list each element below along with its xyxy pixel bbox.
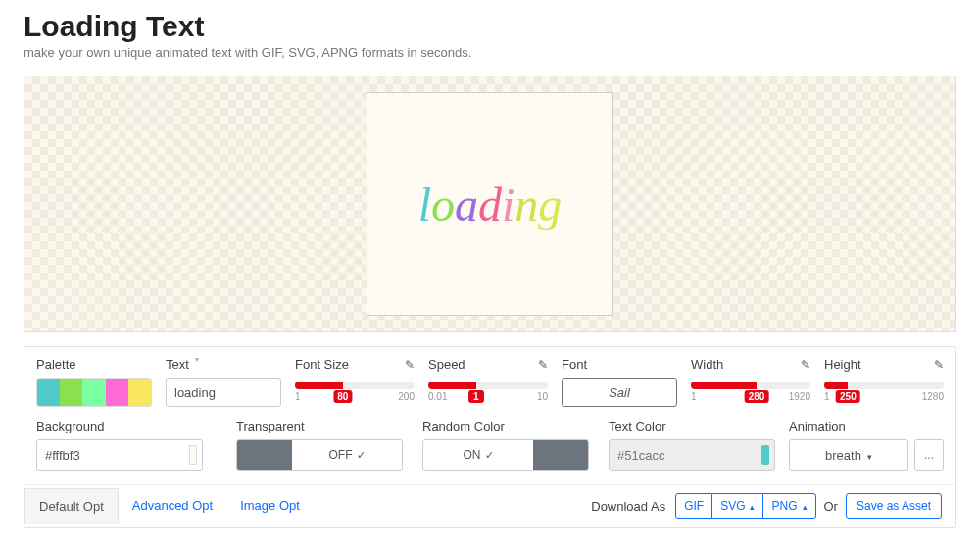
controls-panel: Palette Text Font Size 80: [24, 346, 956, 528]
background-input[interactable]: [36, 439, 203, 471]
font-select[interactable]: Sail: [562, 378, 677, 407]
transparent-toggle[interactable]: OFF✓: [236, 439, 403, 471]
page-subtitle: make your own unique animated text with …: [24, 45, 956, 60]
pencil-icon[interactable]: [405, 358, 415, 372]
animation-more-button[interactable]: ...: [914, 439, 944, 471]
preview-text: loading: [418, 178, 563, 231]
download-gif-button[interactable]: GIF: [675, 493, 712, 519]
random-color-toggle[interactable]: ON✓: [422, 439, 589, 471]
width-label: Width: [691, 357, 723, 372]
tab-default-opt[interactable]: Default Opt: [24, 488, 119, 524]
height-slider[interactable]: 250 1 1280: [824, 378, 944, 407]
text-label: Text: [166, 357, 189, 372]
height-label: Height: [824, 357, 861, 372]
width-slider[interactable]: 280 1 1920: [691, 378, 810, 407]
pencil-icon[interactable]: [538, 358, 548, 372]
random-color-label: Random Color: [422, 419, 505, 433]
preview-canvas: loading: [367, 92, 613, 316]
chevron-down-icon[interactable]: [148, 358, 152, 372]
font-size-label: Font Size: [295, 357, 349, 372]
or-label: Or: [824, 499, 838, 514]
text-input[interactable]: [166, 378, 281, 407]
caret-up-icon: [748, 499, 755, 513]
page-title: Loading Text: [24, 10, 956, 43]
palette-swatch[interactable]: [60, 379, 82, 406]
text-color-swatch[interactable]: [761, 445, 769, 465]
download-group: GIF SVG PNG: [675, 493, 815, 519]
save-as-asset-button[interactable]: Save as Asset: [846, 493, 942, 519]
check-icon: ✓: [357, 449, 366, 462]
animation-select[interactable]: breath: [789, 439, 908, 471]
preview-area: loading: [24, 76, 956, 332]
download-label: Download As: [591, 499, 665, 514]
palette-label: Palette: [36, 357, 75, 372]
palette-swatch[interactable]: [128, 379, 151, 406]
text-color-input[interactable]: [609, 439, 775, 471]
check-icon: ✓: [485, 449, 494, 462]
animation-label: Animation: [789, 419, 846, 433]
speed-label: Speed: [428, 357, 466, 372]
pencil-icon[interactable]: [801, 358, 810, 372]
pencil-icon[interactable]: [934, 358, 944, 372]
option-tabs: Default Opt Advanced Opt Image Opt: [24, 488, 314, 524]
background-label: Background: [36, 419, 104, 433]
caret-up-icon: [801, 499, 808, 513]
palette-swatch[interactable]: [82, 379, 105, 406]
caret-down-icon: [865, 448, 872, 463]
font-label: Font: [562, 357, 587, 372]
palette-picker[interactable]: [36, 378, 152, 407]
transparent-label: Transparent: [236, 419, 305, 433]
text-color-label: Text Color: [609, 419, 666, 433]
download-png-button[interactable]: PNG: [762, 493, 815, 519]
download-svg-button[interactable]: SVG: [712, 493, 762, 519]
tab-image-opt[interactable]: Image Opt: [226, 488, 314, 524]
speed-slider[interactable]: 1 0.01 10: [428, 378, 548, 407]
palette-swatch[interactable]: [106, 379, 128, 406]
tab-advanced-opt[interactable]: Advanced Opt: [119, 488, 226, 524]
background-swatch[interactable]: [189, 445, 197, 465]
font-size-slider[interactable]: 80 1 200: [295, 378, 415, 407]
palette-swatch[interactable]: [37, 379, 60, 406]
